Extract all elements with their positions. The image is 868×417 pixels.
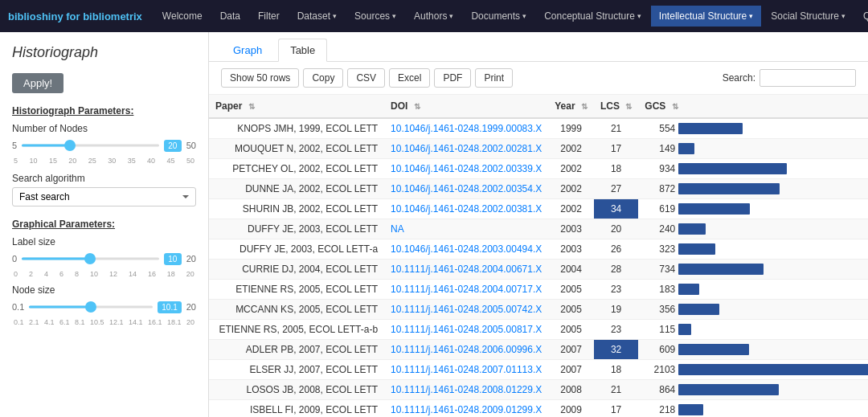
num-nodes-max: 50 [186, 141, 196, 150]
cell-doi[interactable]: 10.1046/j.1461-0248.2002.00381.X [384, 199, 548, 219]
copy-button[interactable]: Copy [303, 68, 343, 88]
gcs-value: 734 [645, 264, 675, 275]
pdf-button[interactable]: PDF [434, 68, 471, 88]
cell-lcs: 20 [594, 219, 638, 239]
excel-button[interactable]: Excel [389, 68, 430, 88]
label-size-thumb[interactable] [84, 253, 96, 264]
num-nodes-label: Number of Nodes [12, 123, 196, 134]
gcs-bar [678, 304, 719, 315]
cell-doi[interactable]: 10.1111/j.1461-0248.2005.00742.X [384, 300, 548, 320]
gcs-bar-cell: 115 [645, 324, 868, 335]
table-row: ADLER PB, 2007, ECOL LETT10.1111/j.1461-… [209, 340, 868, 360]
nav-item-social-structure[interactable]: Social Structure▾ [763, 6, 854, 27]
nav-item-documents[interactable]: Documents▾ [463, 6, 534, 27]
sidebar: Historiograph Apply! Historiograph Param… [0, 32, 209, 417]
nav-item-data[interactable]: Data [212, 6, 248, 27]
cell-lcs: 26 [594, 239, 638, 260]
gcs-bar-cell: 619 [645, 203, 868, 215]
cell-gcs: 934 [638, 159, 868, 179]
gcs-value: 864 [645, 384, 675, 395]
tab-graph[interactable]: Graph [221, 39, 274, 61]
col-lcs[interactable]: LCS ⇅ [594, 95, 638, 118]
cell-doi[interactable]: 10.1046/j.1461-0248.2003.00494.X [384, 239, 548, 260]
main-layout: Historiograph Apply! Historiograph Param… [0, 32, 868, 417]
num-nodes-track [22, 145, 159, 147]
nav-item-welcome[interactable]: Welcome [154, 6, 211, 27]
node-size-value: 10.1 [158, 301, 181, 313]
table-row: DUFFY JE, 2003, ECOL LETTNA200320240 [209, 219, 868, 239]
col-doi[interactable]: DOI ⇅ [384, 95, 548, 118]
col-year[interactable]: Year ⇅ [548, 95, 594, 118]
col-paper[interactable]: Paper ⇅ [209, 95, 384, 118]
gcs-bar [678, 264, 764, 275]
label-size-slider[interactable] [22, 251, 159, 267]
cell-doi[interactable]: 10.1111/j.1461-0248.2007.01113.X [384, 360, 548, 380]
label-size-value: 10 [164, 253, 182, 265]
cell-year: 2009 [548, 400, 594, 418]
search-input[interactable] [760, 69, 856, 87]
cell-gcs: 554 [638, 118, 868, 139]
cell-lcs: 32 [594, 340, 638, 360]
table-row: LOSOS JB, 2008, ECOL LETT10.1111/j.1461-… [209, 380, 868, 400]
cell-doi[interactable]: 10.1111/j.1461-0248.2009.01299.X [384, 400, 548, 418]
cell-lcs: 19 [594, 300, 638, 320]
gcs-bar [678, 183, 780, 194]
nav-item-filter[interactable]: Filter [250, 6, 288, 27]
cell-lcs: 18 [594, 159, 638, 179]
cell-gcs: 240 [638, 219, 868, 239]
cell-doi[interactable]: 10.1046/j.1461-0248.2002.00354.X [384, 179, 548, 199]
cell-year: 2003 [548, 219, 594, 239]
cell-paper: ADLER PB, 2007, ECOL LETT [209, 340, 384, 360]
cell-lcs: 27 [594, 179, 638, 199]
gcs-bar-cell: 2103 [645, 364, 868, 375]
cell-year: 2002 [548, 159, 594, 179]
col-gcs[interactable]: GCS ⇅ [638, 95, 868, 118]
node-size-slider[interactable] [29, 299, 153, 315]
search-label: Search: [723, 72, 755, 84]
cell-paper: ETIENNE RS, 2005, ECOL LETT [209, 280, 384, 300]
cell-year: 2005 [548, 320, 594, 340]
nav-item-intellectual-structure[interactable]: Intellectual Structure▾ [651, 6, 761, 27]
cell-doi[interactable]: 10.1046/j.1461-0248.1999.00083.X [384, 118, 548, 139]
num-nodes-slider[interactable] [22, 137, 159, 153]
data-table-container: Paper ⇅ DOI ⇅ Year ⇅ LCS ⇅ GCS ⇅ KNOPS J… [209, 95, 868, 417]
cell-doi[interactable]: 10.1111/j.1461-0248.2004.00717.X [384, 280, 548, 300]
cell-doi[interactable]: 10.1111/j.1461-0248.2006.00996.X [384, 340, 548, 360]
cell-paper: MCCANN KS, 2005, ECOL LETT [209, 300, 384, 320]
num-nodes-thumb[interactable] [64, 140, 76, 151]
nav-item-conceptual-structure[interactable]: Conceptual Structure▾ [536, 6, 649, 27]
cell-gcs: 356 [638, 300, 868, 320]
label-size-max: 20 [186, 254, 196, 264]
apply-button[interactable]: Apply! [12, 73, 63, 93]
cell-doi[interactable]: 10.1046/j.1461-0248.2002.00339.X [384, 159, 548, 179]
node-size-ticks: 0.12.14.16.18.110.512.114.116.118.120 [12, 318, 196, 326]
node-size-thumb[interactable] [85, 301, 96, 313]
cell-doi[interactable]: 10.1046/j.1461-0248.2002.00281.X [384, 139, 548, 159]
tab-table[interactable]: Table [278, 39, 327, 62]
table-row: DUNNE JA, 2002, ECOL LETT10.1046/j.1461-… [209, 179, 868, 199]
label-size-ticks: 02468101214161820 [12, 270, 196, 278]
table-header-row: Paper ⇅ DOI ⇅ Year ⇅ LCS ⇅ GCS ⇅ [209, 95, 868, 118]
search-algo-select[interactable]: Fast search Full search [12, 187, 196, 206]
gcs-value: 218 [645, 404, 675, 415]
print-button[interactable]: Print [475, 68, 513, 88]
cell-gcs: 115 [638, 320, 868, 340]
nav-item-quit[interactable]: Quit▾ [855, 6, 868, 27]
nav-item-authors[interactable]: Authors▾ [406, 6, 461, 27]
nav-arrow-social-structure: ▾ [841, 12, 845, 20]
csv-button[interactable]: CSV [347, 68, 385, 88]
cell-doi[interactable]: 10.1111/j.1461-0248.2004.00671.X [384, 260, 548, 280]
table-body: KNOPS JMH, 1999, ECOL LETT10.1046/j.1461… [209, 118, 868, 417]
gcs-bar [678, 143, 694, 154]
cell-doi[interactable]: NA [384, 219, 548, 239]
cell-doi[interactable]: 10.1111/j.1461-0248.2005.00817.X [384, 320, 548, 340]
table-row: SHURIN JB, 2002, ECOL LETT10.1046/j.1461… [209, 199, 868, 219]
navbar: biblioshiny for bibliometrix WelcomeData… [0, 0, 868, 32]
gcs-bar-cell: 149 [645, 143, 868, 154]
gcs-value: 2103 [645, 364, 675, 375]
show-rows-button[interactable]: Show 50 rows [221, 68, 299, 88]
cell-doi[interactable]: 10.1111/j.1461-0248.2008.01229.X [384, 380, 548, 400]
nav-item-dataset[interactable]: Dataset▾ [289, 6, 345, 27]
nav-item-sources[interactable]: Sources▾ [346, 6, 404, 27]
gcs-bar [678, 324, 691, 335]
